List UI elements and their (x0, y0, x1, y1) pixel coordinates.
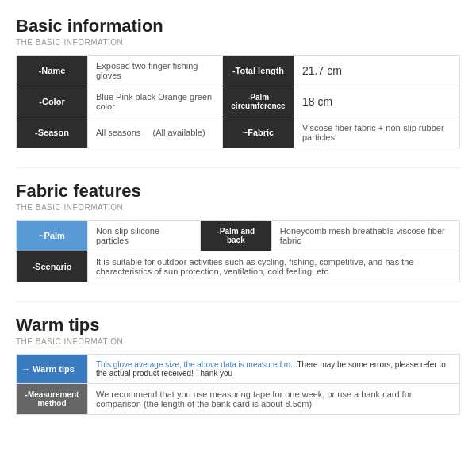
warm-table: → Warm tips This glove average size, the… (16, 354, 460, 415)
table-row: -Color Blue Pink black Orange green colo… (17, 86, 460, 117)
warm-subtitle: THE BASIC INFORMATION (16, 337, 460, 346)
palm-value: 18 cm (294, 86, 460, 117)
fabric-table: ~Palm Non-slip silicone particles -Palm … (16, 220, 460, 282)
warm-tips-label: → Warm tips (17, 355, 88, 384)
basic-information-section: Basic information THE BASIC INFORMATION … (16, 16, 460, 148)
fabric-label: ~Fabric (223, 117, 294, 148)
table-row: → Warm tips This glove average size, the… (17, 355, 460, 384)
season-label: -Season (17, 117, 88, 148)
basic-title: Basic information (16, 16, 460, 36)
palm-feat-label: ~Palm (17, 221, 88, 251)
table-row: ~Palm Non-slip silicone particles -Palm … (17, 221, 460, 251)
scenario-label: -Scenario (17, 251, 88, 282)
scenario-value: It is suitable for outdoor activities su… (88, 251, 460, 282)
table-row: -Measurement method We recommend that yo… (17, 384, 460, 415)
palm-feat-value: Non-slip silicone particles (88, 221, 201, 251)
divider1 (16, 167, 460, 168)
color-value: Blue Pink black Orange green color (88, 86, 223, 117)
palm-back-value: Honeycomb mesh breathable viscose fiber … (271, 221, 459, 251)
season-value: All seasons (All available) (88, 117, 223, 148)
fabric-features-section: Fabric features THE BASIC INFORMATION ~P… (16, 181, 460, 282)
length-label: -Total length (223, 56, 294, 86)
basic-table: -Name Exposed two finger fishing gloves … (16, 55, 460, 148)
table-row: -Name Exposed two finger fishing gloves … (17, 56, 460, 86)
basic-subtitle: THE BASIC INFORMATION (16, 38, 460, 47)
name-value: Exposed two finger fishing gloves (88, 56, 223, 86)
measure-label: -Measurement method (17, 384, 88, 415)
fabric-title: Fabric features (16, 181, 460, 202)
measure-value: We recommend that you use measuring tape… (88, 384, 460, 415)
table-row: -Season All seasons (All available) ~Fab… (17, 117, 460, 148)
length-value: 21.7 cm (294, 56, 460, 86)
color-label: -Color (17, 86, 88, 117)
palm-back-label: -Palm and back (200, 221, 271, 251)
name-label: -Name (17, 56, 88, 86)
warm-title: Warm tips (16, 315, 460, 336)
divider2 (16, 301, 460, 302)
fabric-subtitle: THE BASIC INFORMATION (16, 203, 460, 212)
table-row: -Scenario It is suitable for outdoor act… (17, 251, 460, 282)
warm-tips-value: This glove average size, the above data … (88, 355, 460, 384)
fabric-value: Viscose fiber fabric + non-slip rubber p… (294, 117, 460, 148)
palm-label: -Palm circumference (223, 86, 294, 117)
warm-tips-section: Warm tips THE BASIC INFORMATION → Warm t… (16, 315, 460, 415)
